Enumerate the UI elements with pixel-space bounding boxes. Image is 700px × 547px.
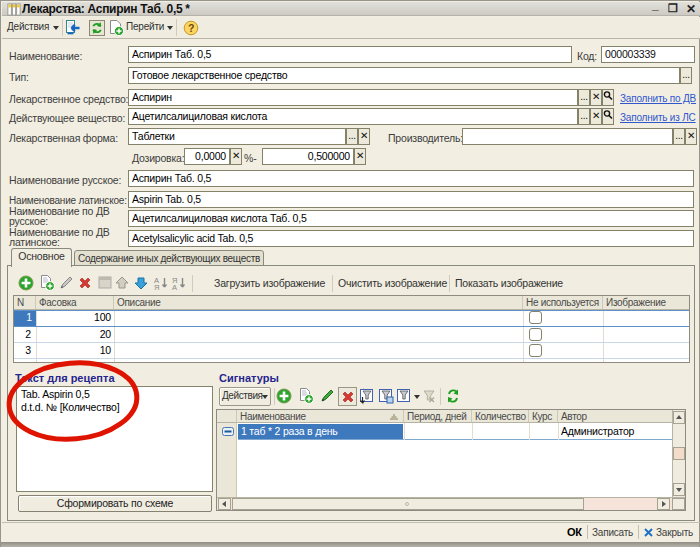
svg-text:А: А <box>172 283 177 291</box>
svg-text:?: ? <box>188 22 194 34</box>
svg-text:Я: Я <box>154 283 159 291</box>
